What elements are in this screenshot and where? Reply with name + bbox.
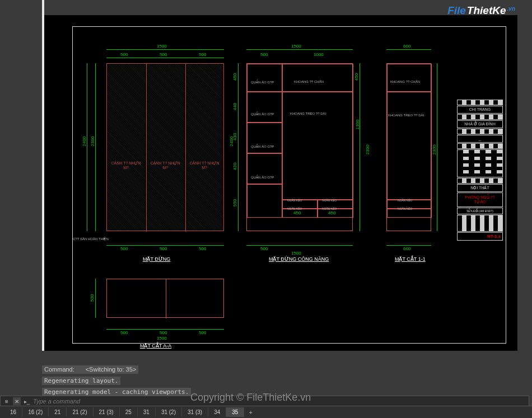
menu-icon[interactable]: ≡	[3, 397, 11, 405]
plan-section-aa	[106, 279, 224, 318]
layout-tab[interactable]: 21	[49, 407, 67, 417]
layout-tab[interactable]: 31	[138, 407, 156, 417]
view-label-function: MẶT ĐỨNG CÔNG NĂNG	[269, 256, 329, 262]
layout-tab[interactable]: 16 (2)	[22, 407, 49, 417]
elevation-wardrobe	[106, 63, 224, 231]
titleblock: CHỊ TRANG NHÀ Ở GIA ĐÌNH _ NỘI THẤT PHÒN…	[457, 100, 503, 241]
chevron-right-icon[interactable]: ▸_	[23, 397, 31, 405]
drawing-canvas[interactable]: 1500 500 500 500 CÁNH T? NHỰN M? CÁNH T?…	[44, 15, 517, 351]
command-input[interactable]	[33, 398, 526, 405]
command-line-area: Command: <Switching to: 35> Regenerating…	[42, 364, 518, 397]
command-history-line: Command: <Switching to: 35>	[42, 365, 138, 374]
add-tab-button[interactable]: +	[244, 407, 256, 417]
command-input-row[interactable]: ≡ ✕ ▸_	[0, 396, 529, 407]
view-label-sectionaa: MẶT CẮT A-A	[140, 343, 171, 349]
layout-tab[interactable]: 35	[226, 407, 244, 417]
layout-tab[interactable]: 31 (3)	[182, 407, 208, 417]
watermark-logo: File ThietKe .vn	[447, 4, 515, 17]
layout-tab[interactable]: 21 (3)	[94, 407, 120, 417]
layout-tab[interactable]: 34	[208, 407, 226, 417]
layout-tab[interactable]: 16	[4, 407, 22, 417]
command-history-line: Regenerating model - caching viewports.	[42, 388, 191, 396]
layout-tab[interactable]: 21 (2)	[67, 407, 93, 417]
view-label-section11: MẶT CẮT 1-1	[395, 256, 426, 262]
drawing-frame: 1500 500 500 500 CÁNH T? NHỰN M? CÁNH T?…	[72, 26, 506, 344]
layout-tab-bar: 1616 (2)2121 (2)21 (3)253131 (2)31 (3)34…	[0, 406, 532, 418]
view-label-elevation: MẶT ĐỨNG	[143, 256, 170, 262]
layout-tab[interactable]: 31 (2)	[156, 407, 182, 417]
layout-tab[interactable]: 25	[120, 407, 138, 417]
close-icon[interactable]: ✕	[13, 397, 21, 405]
command-history-line: Regenerating layout.	[42, 377, 120, 385]
section-1-1	[386, 63, 431, 231]
